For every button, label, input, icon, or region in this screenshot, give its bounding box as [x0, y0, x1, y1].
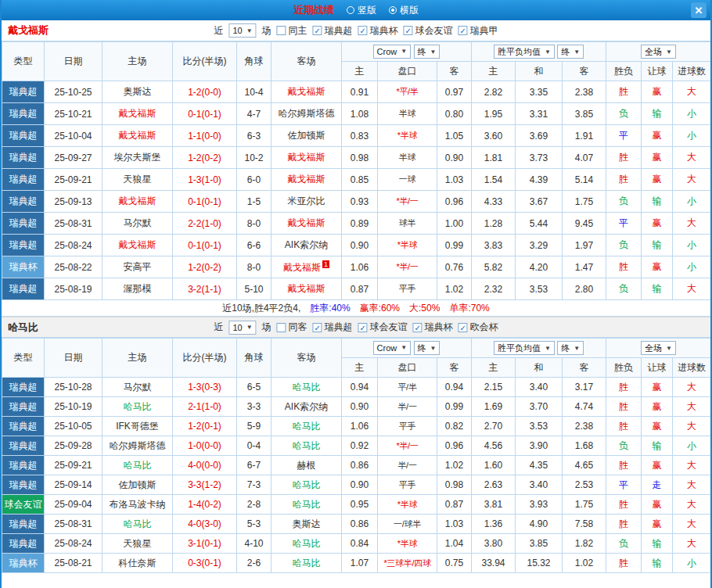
chevron-down-icon: ▼ — [401, 48, 407, 55]
recent-count-select[interactable]: 10▼ — [228, 23, 256, 38]
recent-label: 近 — [214, 321, 223, 334]
col-header-euro-home: 主 — [472, 62, 516, 81]
home-team-cell: 安高平 — [102, 256, 173, 278]
scope-select[interactable]: 全场▼ — [641, 45, 676, 59]
date-cell: 25-08-19 — [45, 278, 102, 300]
euro-away-odds-cell: 4.07 — [563, 147, 606, 169]
goals-result-cell: 小 — [673, 554, 711, 573]
summary-rate: 胜率:40% — [310, 302, 350, 315]
corner-cell: 6-0 — [237, 169, 271, 191]
date-cell: 25-08-21 — [45, 554, 102, 573]
checkbox-icon: ✓ — [313, 26, 322, 35]
layout-radio-horizontal[interactable]: 横版 — [389, 4, 419, 17]
euro-away-odds-cell: 2.38 — [563, 417, 606, 436]
checkbox-label: 同客 — [289, 321, 307, 334]
euro-stage-select[interactable]: 终▼ — [557, 341, 584, 355]
corner-cell: 8-0 — [237, 256, 271, 278]
home-team-name: 戴戈福斯 — [8, 23, 49, 38]
euro-draw-odds-cell: 3.70 — [516, 397, 563, 417]
euro-home-odds-cell: 2.63 — [472, 475, 516, 495]
asian-home-odds-cell: 0.90 — [342, 475, 378, 495]
corner-cell: 5-10 — [237, 278, 271, 300]
col-header-score: 比分(半场) — [173, 339, 237, 378]
away-team-cell: 哈马比 — [271, 417, 342, 436]
filter-checkbox-cup[interactable]: ✓瑞典杯 — [358, 24, 398, 38]
filter-checkbox-div2[interactable]: ✓瑞典甲 — [458, 24, 498, 38]
euro-odds-type-select[interactable]: 胜平负均值▼ — [494, 341, 555, 355]
bookmaker-select[interactable]: Crow▼ — [373, 341, 412, 355]
euro-away-odds-cell: 1.75 — [563, 495, 606, 514]
asian-home-odds-cell: 0.84 — [342, 534, 378, 554]
euro-away-odds-cell: 4.65 — [563, 456, 606, 475]
date-cell: 25-09-14 — [45, 475, 102, 495]
euro-home-odds-cell: 1.81 — [472, 147, 516, 169]
filter-checkbox-conference[interactable]: ✓欧会杯 — [458, 321, 498, 334]
col-header-corner: 角球 — [237, 42, 271, 81]
filter-checkbox-same-away[interactable]: 同客 — [277, 321, 307, 334]
radio-icon — [347, 6, 354, 14]
score-cell: 4-0(3-0) — [173, 514, 237, 534]
close-icon[interactable]: ✕ — [691, 2, 707, 18]
goals-result-cell: 小 — [673, 103, 711, 125]
handicap-cell: 一球 — [378, 169, 437, 191]
euro-home-odds-cell: 4.33 — [472, 191, 516, 213]
away-team-cell: 佐加顿斯 — [271, 125, 342, 147]
filter-checkbox-friendly[interactable]: ✓球会友谊 — [404, 24, 453, 38]
handicap-cell: *半球 — [378, 534, 437, 554]
handicap-result-cell: 赢 — [642, 81, 673, 103]
asian-away-odds-cell: 0.75 — [437, 554, 472, 573]
euro-home-odds-cell: 1.36 — [472, 514, 516, 534]
score-cell: 2-1(1-0) — [173, 397, 237, 417]
goals-result-cell: 小 — [673, 191, 711, 213]
checkbox-label: 瑞典超 — [325, 321, 353, 334]
corner-cell: 6-3 — [237, 125, 271, 147]
date-cell: 25-08-24 — [45, 235, 102, 256]
euro-away-odds-cell: 1.97 — [563, 235, 606, 256]
goals-result-cell: 大 — [673, 169, 711, 191]
euro-draw-odds-cell: 3.67 — [516, 191, 563, 213]
asian-odds-select-group: Crow▼ 终▼ — [342, 42, 472, 62]
radio-selected-icon — [389, 6, 397, 14]
euro-odds-type-select[interactable]: 胜平负均值▼ — [494, 45, 555, 59]
asian-home-odds-cell: 0.93 — [342, 191, 378, 213]
corner-cell: 4-10 — [237, 534, 271, 554]
col-header-euro-draw: 和 — [516, 62, 563, 81]
away-team-cell: 哈马比 — [271, 436, 342, 456]
filter-checkbox-league[interactable]: ✓瑞典超 — [313, 321, 353, 334]
summary-rate: 单率:70% — [449, 302, 489, 315]
col-header-handicap-result: 让球 — [642, 358, 673, 378]
filter-checkbox-cup[interactable]: ✓瑞典杯 — [413, 321, 453, 334]
home-team-results-table: 类型 日期 主场 比分(半场) 角球 客场 Crow▼ 终▼ 胜平负均值▼ 终▼… — [2, 41, 711, 300]
chevron-down-icon: ▼ — [246, 27, 253, 34]
asian-home-odds-cell: 0.85 — [342, 169, 378, 191]
filter-checkbox-league[interactable]: ✓瑞典超 — [313, 24, 353, 38]
euro-draw-odds-cell: 4.39 — [516, 169, 563, 191]
home-team-cell: 马尔默 — [102, 213, 173, 235]
date-cell: 25-09-21 — [45, 456, 102, 475]
handicap-result-cell: 赢 — [642, 378, 673, 397]
col-header-corner: 角球 — [237, 339, 271, 378]
layout-radio-vertical[interactable]: 竖版 — [347, 4, 376, 17]
match-row: 瑞典杯25-08-21科仕奈斯0-3(0-1)2-6哈马比1.07*三球半/四球… — [2, 554, 711, 573]
games-label: 场 — [262, 321, 271, 334]
euro-stage-select[interactable]: 终▼ — [557, 45, 584, 59]
euro-draw-odds-cell: 3.40 — [516, 378, 563, 397]
odds-stage-select[interactable]: 终▼ — [414, 341, 441, 355]
titlebar: 近期战绩 竖版 横版 ✕ — [2, 0, 710, 20]
goals-result-cell: 大 — [673, 81, 711, 103]
col-header-home: 主场 — [102, 42, 173, 81]
radio-label: 竖版 — [358, 4, 376, 17]
corner-cell: 3-3 — [237, 397, 271, 417]
summary-record: 近10场,胜4平2负4, — [222, 302, 300, 315]
filter-checkbox-same-home[interactable]: 同主 — [277, 24, 307, 38]
odds-stage-select[interactable]: 终▼ — [414, 45, 441, 59]
scope-select[interactable]: 全场▼ — [641, 341, 676, 355]
bookmaker-select[interactable]: Crow▼ — [373, 45, 412, 59]
filter-checkbox-friendly[interactable]: ✓球会友谊 — [358, 321, 408, 334]
goals-result-cell: 大 — [673, 397, 711, 417]
match-row: 瑞典超25-09-13戴戈福斯0-1(0-1)1-5米亚尔比0.93*半/一0.… — [2, 191, 711, 213]
corner-cell: 6-7 — [237, 456, 271, 475]
window-title: 近期战绩 — [293, 3, 334, 17]
result-cell: 胜 — [606, 81, 642, 103]
recent-count-select[interactable]: 10▼ — [228, 321, 256, 335]
